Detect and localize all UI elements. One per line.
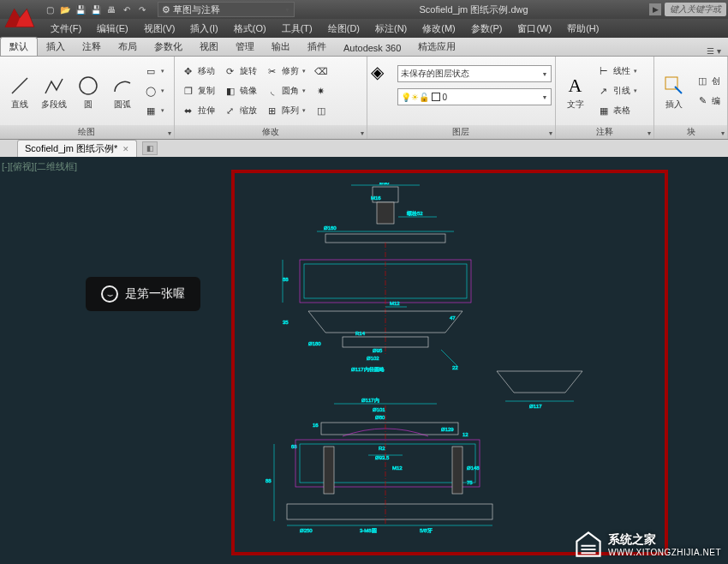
viewport-label[interactable]: [-][俯视][二维线框] bbox=[2, 160, 77, 173]
save-icon[interactable]: 💾 bbox=[74, 3, 87, 16]
layer-dropdown[interactable]: 💡 ☀ 🔓 0 ▼ bbox=[397, 88, 552, 105]
expand-icon[interactable]: ▾ bbox=[647, 127, 651, 141]
watermark-url: WWW.XITONGZHIJIA.NET bbox=[608, 548, 721, 557]
svg-text:12: 12 bbox=[462, 432, 468, 437]
workspace-dropdown[interactable]: ⚙ 草图与注释 ▼ bbox=[158, 2, 295, 17]
expand-icon[interactable]: ▾ bbox=[549, 127, 552, 141]
menu-dim[interactable]: 标注(N) bbox=[367, 22, 415, 35]
expand-icon[interactable]: ▾ bbox=[361, 127, 364, 141]
svg-text:5/8'牙: 5/8'牙 bbox=[420, 528, 433, 533]
redo-icon[interactable]: ↷ bbox=[135, 3, 149, 16]
svg-text:Ø93.5: Ø93.5 bbox=[375, 455, 390, 460]
circle-button[interactable]: 圆 bbox=[72, 59, 104, 123]
ellipse-button[interactable]: ◯▾ bbox=[140, 81, 168, 100]
saveas-icon[interactable]: 💾 bbox=[89, 3, 103, 16]
gear-icon: ⚙ bbox=[162, 4, 170, 15]
expand-icon[interactable]: ▾ bbox=[721, 127, 725, 141]
block-insert-button[interactable]: 插入 bbox=[658, 59, 690, 123]
menu-modify[interactable]: 修改(M) bbox=[415, 22, 463, 35]
mirror-button[interactable]: ◧镜像 bbox=[220, 81, 260, 100]
fillet-button[interactable]: ◟圆角▾ bbox=[262, 81, 309, 100]
hatch-button[interactable]: ▦▾ bbox=[140, 101, 168, 120]
stretch-button[interactable]: ⬌拉伸 bbox=[178, 101, 218, 120]
tab-layout[interactable]: 布局 bbox=[110, 38, 146, 56]
new-tab-button[interactable]: ◧ bbox=[142, 141, 158, 155]
file-tab[interactable]: Scofield_jm 图纸示例* ✕ bbox=[17, 140, 137, 157]
panel-annot: A文字 ⊢线性▾ ↗引线▾ ▦表格 注释▾ bbox=[556, 57, 654, 139]
move-icon: ✥ bbox=[182, 64, 195, 78]
layer-state-dropdown[interactable]: 未保存的图层状态▼ bbox=[397, 65, 552, 82]
line-button[interactable]: 直线 bbox=[3, 59, 36, 123]
watermark-name: 系统之家 bbox=[608, 532, 721, 548]
arc-button[interactable]: 圆弧 bbox=[106, 59, 139, 123]
rect-button[interactable]: ▭▾ bbox=[140, 62, 168, 81]
block-edit-button[interactable]: ✎编 bbox=[692, 92, 724, 111]
search-arrow-icon[interactable]: ▶ bbox=[649, 3, 661, 15]
plot-icon[interactable]: 🖶 bbox=[104, 3, 118, 16]
watermark-icon bbox=[574, 530, 603, 559]
offset-button[interactable]: ◫ bbox=[311, 101, 331, 120]
app-logo[interactable] bbox=[2, 2, 38, 38]
tab-manage[interactable]: 管理 bbox=[227, 38, 263, 56]
drawing-canvas[interactable]: [-][俯视][二维线框] Ø38 M16 螺栓52 Ø160 88 bbox=[0, 157, 728, 564]
svg-text:M12: M12 bbox=[390, 301, 400, 306]
svg-rect-10 bbox=[325, 234, 445, 243]
open-icon[interactable]: 📂 bbox=[58, 3, 72, 16]
tab-insert[interactable]: 插入 bbox=[38, 38, 74, 56]
expand-icon[interactable]: ▾ bbox=[168, 127, 171, 141]
tab-param[interactable]: 参数化 bbox=[146, 38, 191, 56]
layer-properties-icon[interactable]: ◈ bbox=[371, 62, 395, 86]
arc-icon bbox=[110, 74, 134, 98]
ribbon-expand-icon[interactable]: ☰ ▾ bbox=[700, 46, 728, 56]
offset-icon: ◫ bbox=[314, 104, 328, 117]
menu-help[interactable]: 帮助(H) bbox=[559, 22, 606, 35]
tab-default[interactable]: 默认 bbox=[0, 37, 38, 56]
rotate-button[interactable]: ⟳旋转 bbox=[220, 62, 260, 81]
tab-featured[interactable]: 精选应用 bbox=[409, 38, 464, 56]
tab-addins[interactable]: 插件 bbox=[299, 38, 335, 56]
svg-text:22: 22 bbox=[452, 365, 458, 370]
watermark: 系统之家 WWW.XITONGZHIJIA.NET bbox=[574, 530, 721, 559]
leader-button[interactable]: ↗引线▾ bbox=[594, 81, 641, 100]
search-input[interactable]: 键入关键字或 bbox=[665, 3, 726, 16]
quick-access-toolbar: ▢ 📂 💾 💾 🖶 ↶ ↷ ⚙ 草图与注释 ▼ bbox=[0, 2, 298, 17]
ribbon: 直线 多段线 圆 圆弧 ▭▾ ◯▾ ▦▾ 绘图▾ ✥移动 ❐复制 ⬌拉伸 ⟳旋转… bbox=[0, 57, 728, 140]
tab-annotate[interactable]: 注释 bbox=[74, 38, 110, 56]
menu-insert[interactable]: 插入(I) bbox=[182, 22, 225, 35]
tab-output[interactable]: 输出 bbox=[263, 38, 299, 56]
panel-layers-title: 图层▾ bbox=[367, 125, 555, 139]
menu-file[interactable]: 文件(F) bbox=[43, 22, 89, 35]
polyline-button[interactable]: 多段线 bbox=[38, 59, 70, 123]
table-button[interactable]: ▦表格 bbox=[594, 101, 641, 120]
menu-draw[interactable]: 绘图(D) bbox=[320, 22, 367, 35]
explode-button[interactable]: ✷ bbox=[311, 81, 331, 100]
linear-dim-button[interactable]: ⊢线性▾ bbox=[594, 62, 641, 81]
menu-view[interactable]: 视图(V) bbox=[136, 22, 183, 35]
menu-format[interactable]: 格式(O) bbox=[226, 22, 274, 35]
copy-button[interactable]: ❐复制 bbox=[178, 81, 218, 100]
text-button[interactable]: A文字 bbox=[559, 59, 592, 123]
svg-rect-47 bbox=[324, 447, 334, 494]
new-icon[interactable]: ▢ bbox=[43, 3, 57, 16]
title-bar: ▢ 📂 💾 💾 🖶 ↶ ↷ ⚙ 草图与注释 ▼ Scofield_jm 图纸示例… bbox=[0, 0, 728, 19]
menu-edit[interactable]: 编辑(E) bbox=[89, 22, 136, 35]
tab-a360[interactable]: Autodesk 360 bbox=[335, 40, 409, 56]
line-icon bbox=[8, 74, 32, 98]
block-create-button[interactable]: ◫创 bbox=[692, 72, 724, 91]
mirror-icon: ◧ bbox=[224, 84, 237, 98]
menu-tools[interactable]: 工具(T) bbox=[274, 22, 320, 35]
move-button[interactable]: ✥移动 bbox=[178, 62, 218, 81]
tab-view[interactable]: 视图 bbox=[191, 38, 227, 56]
svg-rect-53 bbox=[287, 504, 492, 519]
scale-button[interactable]: ⤢缩放 bbox=[220, 101, 260, 120]
trim-button[interactable]: ✂修剪▾ bbox=[262, 62, 309, 81]
array-button[interactable]: ⊞阵列▾ bbox=[262, 101, 309, 120]
erase-icon: ⌫ bbox=[314, 64, 328, 78]
erase-button[interactable]: ⌫ bbox=[311, 62, 331, 81]
close-icon[interactable]: ✕ bbox=[122, 145, 129, 153]
menu-window[interactable]: 窗口(W) bbox=[510, 22, 559, 35]
svg-line-0 bbox=[12, 78, 27, 93]
menu-param[interactable]: 参数(P) bbox=[463, 22, 510, 35]
svg-line-28 bbox=[441, 350, 458, 367]
undo-icon[interactable]: ↶ bbox=[120, 3, 134, 16]
